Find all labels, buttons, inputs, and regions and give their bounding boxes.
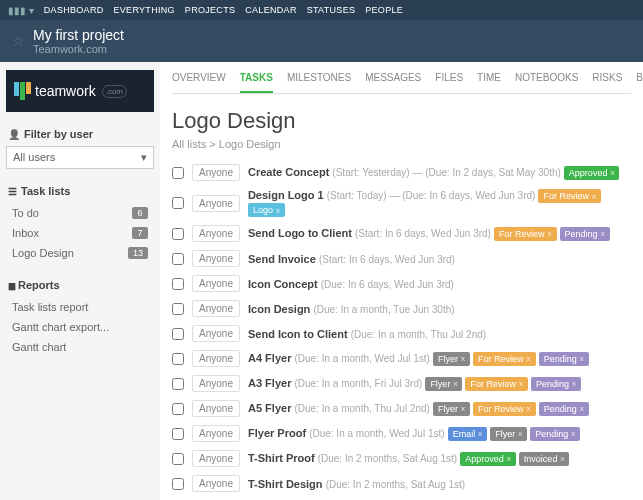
star-icon[interactable]: ☆ [12, 33, 25, 49]
task-name[interactable]: Icon Concept [248, 278, 318, 290]
tag[interactable]: For Review x [465, 377, 528, 391]
sidebar-list-item[interactable]: Inbox7 [6, 223, 154, 243]
task-checkbox[interactable] [172, 253, 184, 265]
assignee-select[interactable]: Anyone [192, 225, 240, 242]
tag-remove-icon[interactable]: x [276, 206, 280, 215]
tab-risks[interactable]: RISKS [592, 72, 622, 93]
task-name[interactable]: Create Concept [248, 166, 329, 178]
tag-remove-icon[interactable]: x [548, 229, 552, 238]
assignee-select[interactable]: Anyone [192, 475, 240, 492]
tag[interactable]: Pending x [539, 402, 589, 416]
assignee-select[interactable]: Anyone [192, 275, 240, 292]
tag[interactable]: Flyer x [490, 427, 527, 441]
task-name[interactable]: Design Logo 1 [248, 189, 324, 201]
tag-remove-icon[interactable]: x [507, 454, 511, 463]
topnav-everything[interactable]: EVERYTHING [114, 5, 175, 15]
task-checkbox[interactable] [172, 403, 184, 415]
tab-tasks[interactable]: TASKS [240, 72, 273, 93]
tag-remove-icon[interactable]: x [580, 354, 584, 363]
tag-remove-icon[interactable]: x [527, 354, 531, 363]
task-checkbox[interactable] [172, 167, 184, 179]
tag-remove-icon[interactable]: x [601, 229, 605, 238]
tab-milestones[interactable]: MILESTONES [287, 72, 351, 93]
brand-logo[interactable]: teamwork .com [6, 70, 154, 112]
tag[interactable]: Approved x [460, 452, 516, 466]
task-name[interactable]: Send Icon to Client [248, 328, 348, 340]
sidebar-report-item[interactable]: Task lists report [6, 297, 154, 317]
task-name[interactable]: Send Invoice [248, 253, 316, 265]
tag[interactable]: For Review x [473, 352, 536, 366]
task-checkbox[interactable] [172, 328, 184, 340]
task-checkbox[interactable] [172, 228, 184, 240]
assignee-select[interactable]: Anyone [192, 350, 240, 367]
assignee-select[interactable]: Anyone [192, 375, 240, 392]
task-name[interactable]: A3 Flyer [248, 377, 291, 389]
tag-remove-icon[interactable]: x [461, 404, 465, 413]
assignee-select[interactable]: Anyone [192, 195, 240, 212]
tag-remove-icon[interactable]: x [518, 429, 522, 438]
crumb-root[interactable]: All lists [172, 138, 206, 150]
tag-remove-icon[interactable]: x [519, 379, 523, 388]
task-name[interactable]: A5 Flyer [248, 402, 291, 414]
tab-messages[interactable]: MESSAGES [365, 72, 421, 93]
tag[interactable]: Flyer x [433, 352, 470, 366]
tag-remove-icon[interactable]: x [572, 379, 576, 388]
tab-time[interactable]: TIME [477, 72, 501, 93]
tab-files[interactable]: FILES [435, 72, 463, 93]
topnav-dashboard[interactable]: DASHBOARD [44, 5, 104, 15]
tag-remove-icon[interactable]: x [592, 192, 596, 201]
tag[interactable]: Email x [448, 427, 488, 441]
tag-remove-icon[interactable]: x [478, 429, 482, 438]
topnav-people[interactable]: PEOPLE [365, 5, 403, 15]
assignee-select[interactable]: Anyone [192, 164, 240, 181]
assignee-select[interactable]: Anyone [192, 325, 240, 342]
sidebar-report-item[interactable]: Gantt chart [6, 337, 154, 357]
task-name[interactable]: T-Shirt Proof [248, 452, 315, 464]
task-checkbox[interactable] [172, 428, 184, 440]
tag[interactable]: Logo x [248, 203, 285, 217]
sidebar-report-item[interactable]: Gantt chart export... [6, 317, 154, 337]
tag[interactable]: For Review x [473, 402, 536, 416]
tag[interactable]: Pending x [560, 227, 610, 241]
assignee-select[interactable]: Anyone [192, 450, 240, 467]
task-name[interactable]: A4 Flyer [248, 352, 291, 364]
task-checkbox[interactable] [172, 197, 184, 209]
tag-remove-icon[interactable]: x [580, 404, 584, 413]
tag-remove-icon[interactable]: x [527, 404, 531, 413]
task-name[interactable]: Flyer Proof [248, 427, 306, 439]
task-checkbox[interactable] [172, 453, 184, 465]
tag[interactable]: Flyer x [433, 402, 470, 416]
tag[interactable]: Approved x [564, 166, 620, 180]
tag[interactable]: Pending x [531, 377, 581, 391]
user-filter-select[interactable]: All users▾ [6, 146, 154, 169]
assignee-select[interactable]: Anyone [192, 425, 240, 442]
assignee-select[interactable]: Anyone [192, 400, 240, 417]
assignee-select[interactable]: Anyone [192, 250, 240, 267]
task-name[interactable]: T-Shirt Design [248, 478, 323, 490]
sidebar-list-item[interactable]: Logo Design13 [6, 243, 154, 263]
tab-overview[interactable]: OVERVIEW [172, 72, 226, 93]
task-checkbox[interactable] [172, 353, 184, 365]
tag[interactable]: Pending x [539, 352, 589, 366]
tag[interactable]: Flyer x [425, 377, 462, 391]
tag-remove-icon[interactable]: x [610, 168, 614, 177]
tag-remove-icon[interactable]: x [453, 379, 457, 388]
tag[interactable]: For Review x [538, 189, 601, 203]
tag-remove-icon[interactable]: x [461, 354, 465, 363]
task-name[interactable]: Icon Design [248, 303, 310, 315]
task-name[interactable]: Send Logo to Client [248, 227, 352, 239]
topnav-calendar[interactable]: CALENDAR [245, 5, 296, 15]
topnav-projects[interactable]: PROJECTS [185, 5, 235, 15]
tag-remove-icon[interactable]: x [560, 454, 564, 463]
tag-remove-icon[interactable]: x [571, 429, 575, 438]
tab-billing[interactable]: BILLING [636, 72, 643, 93]
task-checkbox[interactable] [172, 303, 184, 315]
tag[interactable]: Pending x [530, 427, 580, 441]
task-checkbox[interactable] [172, 478, 184, 490]
topnav-statuses[interactable]: STATUSES [307, 5, 356, 15]
tag[interactable]: For Review x [494, 227, 557, 241]
tag[interactable]: Invoiced x [519, 452, 570, 466]
tab-notebooks[interactable]: NOTEBOOKS [515, 72, 578, 93]
sidebar-list-item[interactable]: To do6 [6, 203, 154, 223]
assignee-select[interactable]: Anyone [192, 300, 240, 317]
